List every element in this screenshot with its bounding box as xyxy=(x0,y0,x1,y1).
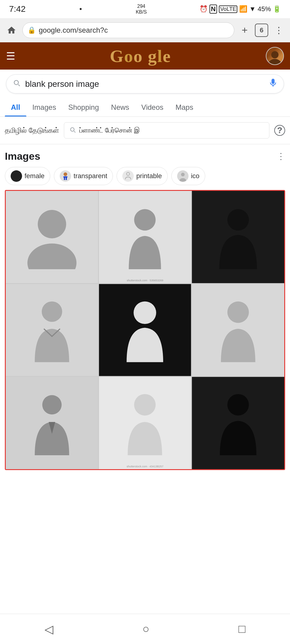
tab-count[interactable]: 6 xyxy=(255,24,268,37)
image-chips: female transparent xyxy=(5,167,285,185)
user-avatar[interactable] xyxy=(266,47,284,65)
tab-all[interactable]: All xyxy=(5,98,26,116)
images-more-button[interactable]: ⋮ xyxy=(277,151,285,161)
images-section: Images ⋮ female xyxy=(0,144,290,473)
status-dot: • xyxy=(79,5,82,13)
signal-icon: 📶 xyxy=(239,5,247,13)
image-cell-4[interactable] xyxy=(6,284,98,376)
lock-icon: 🔒 xyxy=(28,26,36,34)
search-area: blank person image xyxy=(0,70,290,98)
svg-point-19 xyxy=(42,302,62,322)
svg-point-10 xyxy=(122,170,134,182)
alarm-icon: ⏰ xyxy=(199,5,208,13)
status-bar: 7:42 • 294KB/S ⏰ N VoLTE 📶 ▼ 45% 🔋 xyxy=(0,0,290,18)
svg-point-1 xyxy=(268,59,282,64)
tab-images[interactable]: Images xyxy=(26,98,62,116)
chip-printable[interactable]: printable xyxy=(117,167,167,185)
tamil-search-icon xyxy=(69,126,76,135)
image-cell-6[interactable] xyxy=(192,284,284,376)
chip-female-label: female xyxy=(25,172,44,180)
tamil-search-box[interactable]: ப்ளாண்ட் பேர்சொன் இ xyxy=(64,122,269,139)
chip-transparent[interactable]: transparent xyxy=(54,167,113,185)
image-grid: shutterstock.com · 535653269 xyxy=(6,191,284,469)
svg-point-20 xyxy=(134,302,157,324)
search-box[interactable]: blank person image xyxy=(6,74,284,93)
svg-point-24 xyxy=(227,394,249,416)
svg-point-6 xyxy=(64,172,67,176)
image-cell-1[interactable] xyxy=(6,191,98,283)
mic-icon[interactable] xyxy=(269,78,278,90)
chip-printable-icon xyxy=(122,170,134,182)
svg-point-3 xyxy=(14,172,18,176)
svg-rect-8 xyxy=(64,178,65,180)
chip-ico-label: ico xyxy=(191,172,199,180)
svg-point-0 xyxy=(271,51,278,58)
status-speed: 294KB/S xyxy=(136,3,147,15)
image-cell-7[interactable] xyxy=(6,377,98,469)
svg-rect-9 xyxy=(66,178,67,180)
svg-point-17 xyxy=(134,209,156,230)
recent-button[interactable]: □ xyxy=(234,618,250,640)
browser-menu-button[interactable]: ⋮ xyxy=(272,25,285,35)
watermark-2: shutterstock.com · 43413B257 xyxy=(99,465,191,468)
svg-point-22 xyxy=(42,395,61,414)
tab-news[interactable]: News xyxy=(105,98,135,116)
search-icon xyxy=(12,79,21,89)
address-bar[interactable]: 🔒 google.com/search?c xyxy=(22,22,234,38)
chip-ico[interactable]: ico xyxy=(171,167,205,185)
tamil-query-text: ப்ளாண்ட் பேர்சொன் இ xyxy=(79,126,140,134)
help-icon[interactable]: ? xyxy=(274,125,285,136)
svg-point-21 xyxy=(227,302,249,323)
chip-ico-icon xyxy=(177,170,189,182)
chip-transparent-label: transparent xyxy=(74,172,107,180)
battery-text: 45% xyxy=(258,5,271,13)
wifi-icon: ▼ xyxy=(249,5,256,13)
search-query-text: blank person image xyxy=(25,79,264,89)
tamil-suggestion: தமிழில் தேடுங்கள் ப்ளாண்ட் பேர்சொன் இ ? xyxy=(0,117,290,144)
hamburger-menu[interactable]: ☰ xyxy=(6,50,15,62)
svg-point-18 xyxy=(227,209,249,230)
url-text: google.com/search?c xyxy=(39,26,229,34)
images-title: Images xyxy=(5,150,40,162)
status-time: 7:42 xyxy=(9,4,26,14)
google-logo-area: Goo gle xyxy=(15,46,266,66)
svg-point-13 xyxy=(181,173,185,176)
nfc-icon: N xyxy=(209,5,217,14)
chip-female[interactable]: female xyxy=(5,167,50,185)
images-header: Images ⋮ xyxy=(5,150,285,162)
google-logo: Goo gle xyxy=(110,46,171,66)
back-button[interactable]: ◁ xyxy=(40,618,58,641)
image-cell-9[interactable] xyxy=(192,377,284,469)
new-tab-button[interactable]: + xyxy=(239,24,251,36)
image-cell-3[interactable] xyxy=(192,191,284,283)
image-grid-container: shutterstock.com · 535653269 xyxy=(5,190,285,470)
image-cell-5[interactable] xyxy=(99,284,191,376)
tab-maps[interactable]: Maps xyxy=(170,98,199,116)
tamil-label: தமிழில் தேடுங்கள் xyxy=(5,126,59,135)
svg-point-23 xyxy=(134,394,156,416)
chip-transparent-icon xyxy=(60,170,71,182)
tab-shopping[interactable]: Shopping xyxy=(62,98,105,116)
chip-female-icon xyxy=(11,170,22,182)
google-header: ☰ Goo gle xyxy=(0,42,290,70)
home-button[interactable]: ○ xyxy=(138,618,154,640)
battery-icon: 🔋 xyxy=(273,5,281,13)
chip-printable-label: printable xyxy=(136,172,162,180)
tab-videos[interactable]: Videos xyxy=(135,98,170,116)
svg-point-15 xyxy=(38,210,66,238)
watermark-1: shutterstock.com · 535653269 xyxy=(99,279,191,282)
svg-point-16 xyxy=(27,244,76,269)
nav-bar: ◁ ○ □ xyxy=(0,614,290,644)
svg-rect-7 xyxy=(63,176,68,178)
image-cell-8[interactable]: shutterstock.com · 43413B257 xyxy=(99,377,191,469)
volte-icon: VoLTE xyxy=(219,5,237,13)
filter-tabs: All Images Shopping News Videos Maps xyxy=(0,98,290,117)
browser-home-button[interactable] xyxy=(5,24,18,37)
status-icons: ⏰ N VoLTE 📶 ▼ 45% 🔋 xyxy=(199,5,281,14)
browser-chrome: 🔒 google.com/search?c + 6 ⋮ xyxy=(0,18,290,42)
image-cell-2[interactable]: shutterstock.com · 535653269 xyxy=(99,191,191,283)
